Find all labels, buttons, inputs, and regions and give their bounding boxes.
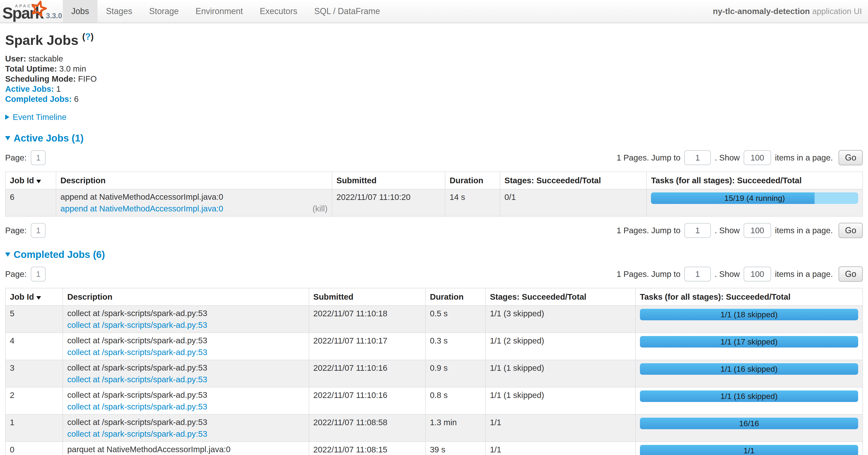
active-jobs-table-container: Job IdDescriptionSubmittedDurationStages… xyxy=(5,172,863,217)
description-line2: collect at /spark-scripts/spark-ad.py:53 xyxy=(67,429,305,438)
summary-link-active-jobs[interactable]: Active Jobs: xyxy=(5,84,54,93)
job-id-cell: 5 xyxy=(5,306,63,333)
tasks-cell: 1/1 (18 skipped) xyxy=(636,306,863,333)
go-button[interactable]: Go xyxy=(838,266,863,282)
jump-to-input[interactable] xyxy=(684,223,711,238)
tab-sql-dataframe[interactable]: SQL / DataFrame xyxy=(306,0,389,23)
tab-stages[interactable]: Stages xyxy=(97,0,141,23)
submitted-cell: 2022/11/07 11:10:18 xyxy=(309,306,426,333)
completed-jobs-heading-link[interactable]: Completed Jobs (6) xyxy=(13,249,105,260)
tasks-cell: 1/1 xyxy=(636,442,863,455)
description-text: append at NativeMethodAccessorImpl.java:… xyxy=(60,192,328,201)
description-link[interactable]: collect at /spark-scripts/spark-ad.py:53 xyxy=(67,375,207,384)
show-items-input[interactable] xyxy=(744,223,771,238)
description-link[interactable]: collect at /spark-scripts/spark-ad.py:53 xyxy=(67,320,207,330)
description-line2: collect at /spark-scripts/spark-ad.py:53 xyxy=(67,320,305,330)
column-header-tasks-for-all-stages-succeeded-total[interactable]: Tasks (for all stages): Succeeded/Total xyxy=(636,288,863,306)
tasks-cell: 1/1 (16 skipped) xyxy=(636,360,863,387)
description-link[interactable]: collect at /spark-scripts/spark-ad.py:53 xyxy=(67,429,207,438)
tasks-cell: 1/1 (16 skipped) xyxy=(636,387,863,415)
job-row: 6append at NativeMethodAccessorImpl.java… xyxy=(5,189,863,216)
description-cell: collect at /spark-scripts/spark-ad.py:53… xyxy=(63,387,309,415)
duration-cell: 0.8 s xyxy=(426,387,486,415)
tasks-progress-bar: 1/1 (16 skipped) xyxy=(640,391,858,402)
tasks-progress-bar: 1/1 xyxy=(640,445,858,455)
column-header-submitted[interactable]: Submitted xyxy=(332,172,445,189)
column-header-description[interactable]: Description xyxy=(56,172,332,189)
job-row: 1collect at /spark-scripts/spark-ad.py:5… xyxy=(5,415,863,442)
job-id-cell: 2 xyxy=(5,387,63,415)
submitted-cell: 2022/11/07 11:08:58 xyxy=(309,415,426,442)
event-timeline-toggle[interactable]: Event Timeline xyxy=(5,112,863,122)
job-id-cell: 0 xyxy=(5,442,63,455)
description-text: collect at /spark-scripts/spark-ad.py:53 xyxy=(67,309,305,318)
app-name: ny-tlc-anomaly-detection xyxy=(713,6,810,16)
pager-page-label: Page: xyxy=(5,269,27,279)
job-row: 5collect at /spark-scripts/spark-ad.py:5… xyxy=(5,306,863,333)
description-link[interactable]: append at NativeMethodAccessorImpl.java:… xyxy=(60,204,223,213)
pager-page-group: Page: xyxy=(5,223,46,238)
tab-storage[interactable]: Storage xyxy=(141,0,187,23)
stages-cell: 1/1 xyxy=(486,442,636,455)
column-header-job-id[interactable]: Job Id xyxy=(5,288,63,306)
duration-cell: 0.9 s xyxy=(426,360,486,387)
tab-environment[interactable]: Environment xyxy=(187,0,251,23)
column-header-duration[interactable]: Duration xyxy=(445,172,500,189)
progress-label: 15/19 (4 running) xyxy=(651,192,858,204)
job-row: 4collect at /spark-scripts/spark-ad.py:5… xyxy=(5,333,863,360)
description-cell: parquet at NativeMethodAccessorImpl.java… xyxy=(63,442,309,455)
tasks-cell: 15/19 (4 running) xyxy=(647,189,863,216)
jump-to-input[interactable] xyxy=(684,266,711,282)
description-line2: (kill)append at NativeMethodAccessorImpl… xyxy=(60,204,328,213)
column-header-submitted[interactable]: Submitted xyxy=(309,288,426,306)
summary-link-completed-jobs[interactable]: Completed Jobs: xyxy=(5,94,72,104)
pager-page-label: Page: xyxy=(5,226,27,235)
go-button[interactable]: Go xyxy=(838,150,863,165)
description-link[interactable]: collect at /spark-scripts/spark-ad.py:53 xyxy=(67,347,207,357)
column-header-duration[interactable]: Duration xyxy=(426,288,486,306)
summary-scheduling-mode: Scheduling Mode: FIFO xyxy=(5,74,863,84)
tasks-cell: 1/1 (17 skipped) xyxy=(636,333,863,360)
event-timeline-link[interactable]: Event Timeline xyxy=(13,112,67,122)
tasks-progress-bar: 1/1 (17 skipped) xyxy=(640,336,858,347)
tab-jobs[interactable]: Jobs xyxy=(63,0,97,23)
submitted-cell: 2022/11/07 11:10:20 xyxy=(332,189,445,216)
spark-logo[interactable]: APACHE Spark 3.3.0 xyxy=(0,0,63,23)
description-line2: collect at /spark-scripts/spark-ad.py:53 xyxy=(67,375,305,384)
job-row: 0parquet at NativeMethodAccessorImpl.jav… xyxy=(5,442,863,455)
pager-active-top: Page:1 Pages. Jump to. Showitems in a pa… xyxy=(5,150,863,165)
summary-active-jobs: Active Jobs: 1 xyxy=(5,84,863,94)
column-header-description[interactable]: Description xyxy=(63,288,309,306)
app-title: ny-tlc-anomaly-detection application UI xyxy=(713,6,868,16)
summary-label: User: xyxy=(5,54,26,63)
go-button[interactable]: Go xyxy=(838,223,863,238)
stages-cell: 1/1 (1 skipped) xyxy=(486,360,636,387)
show-items-input[interactable] xyxy=(744,266,771,282)
kill-link[interactable]: (kill) xyxy=(312,204,328,213)
completed-jobs-table-container: Job IdDescriptionSubmittedDurationStages… xyxy=(5,288,863,455)
tasks-progress-bar: 15/19 (4 running) xyxy=(651,192,858,204)
tab-executors[interactable]: Executors xyxy=(251,0,306,23)
active-jobs-heading: Active Jobs (1) xyxy=(5,133,863,144)
page-number-input[interactable] xyxy=(31,150,46,165)
summary-label: Total Uptime: xyxy=(5,64,57,73)
active-jobs-heading-link[interactable]: Active Jobs (1) xyxy=(13,133,84,144)
summary-completed-jobs: Completed Jobs: 6 xyxy=(5,94,863,104)
chevron-down-icon xyxy=(5,136,10,140)
description-text: collect at /spark-scripts/spark-ad.py:53 xyxy=(67,418,305,427)
description-text: collect at /spark-scripts/spark-ad.py:53 xyxy=(67,363,305,372)
active-jobs-table: Job IdDescriptionSubmittedDurationStages… xyxy=(5,172,863,217)
page-number-input[interactable] xyxy=(31,266,46,282)
show-items-input[interactable] xyxy=(744,150,771,165)
jump-to-input[interactable] xyxy=(684,150,711,165)
column-header-job-id[interactable]: Job Id xyxy=(5,172,56,189)
tasks-progress-bar: 16/16 xyxy=(640,418,858,429)
page-number-input[interactable] xyxy=(31,223,46,238)
completed-jobs-heading: Completed Jobs (6) xyxy=(5,249,863,260)
help-link[interactable]: ? xyxy=(85,32,91,41)
job-id-cell: 6 xyxy=(5,189,56,216)
column-header-stages-succeeded-total[interactable]: Stages: Succeeded/Total xyxy=(486,288,636,306)
column-header-stages-succeeded-total[interactable]: Stages: Succeeded/Total xyxy=(500,172,647,189)
column-header-tasks-for-all-stages-succeeded-total[interactable]: Tasks (for all stages): Succeeded/Total xyxy=(647,172,863,189)
description-link[interactable]: collect at /spark-scripts/spark-ad.py:53 xyxy=(67,402,207,411)
